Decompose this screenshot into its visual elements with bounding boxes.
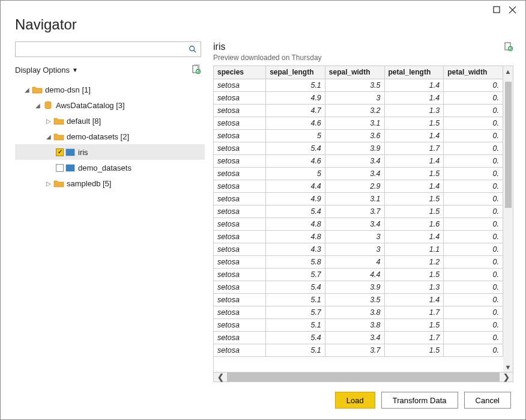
- table-row[interactable]: setosa4.83.41.60.: [214, 218, 503, 230]
- refresh-preview-icon[interactable]: [504, 41, 513, 53]
- table-cell: setosa: [214, 104, 266, 117]
- titlebar: [1, 1, 525, 16]
- expand-icon[interactable]: ◢: [23, 87, 31, 93]
- checkbox-checked[interactable]: [56, 148, 64, 156]
- expand-icon[interactable]: ◢: [34, 102, 41, 109]
- table-cell: 3.9: [325, 281, 384, 293]
- table-row[interactable]: setosa4.831.40.: [214, 230, 503, 243]
- column-header[interactable]: petal_length: [384, 66, 444, 79]
- table-cell: 0.: [444, 91, 503, 104]
- table-cell: 4.4: [266, 180, 325, 192]
- expand-icon[interactable]: ▷: [45, 180, 52, 187]
- table-cell: 3.7: [325, 344, 384, 356]
- table-row[interactable]: setosa5.73.81.70.: [214, 306, 503, 318]
- expand-icon[interactable]: ▷: [45, 118, 52, 124]
- table-cell: 1.4: [384, 154, 444, 167]
- tree-label: demo-dsn [1]: [45, 85, 91, 94]
- navigator-tree: ◢ demo-dsn [1] ◢ AwsDataCatalog [3] ▷ de…: [15, 82, 213, 191]
- folder-icon: [53, 132, 64, 141]
- search-icon[interactable]: [189, 45, 197, 53]
- table-row[interactable]: setosa4.63.41.40.: [214, 154, 503, 167]
- tree-node-demo-datasets-table[interactable]: demo_datasets: [15, 160, 205, 175]
- table-row[interactable]: setosa4.73.21.30.: [214, 104, 503, 117]
- table-row[interactable]: setosa4.93.11.50.: [214, 192, 503, 205]
- tree-node-default[interactable]: ▷ default [8]: [15, 113, 205, 129]
- scrollbar-thumb[interactable]: [227, 373, 500, 382]
- tree-node-awsdatacatalog[interactable]: ◢ AwsDataCatalog [3]: [15, 97, 205, 113]
- table-cell: 5.1: [266, 344, 325, 356]
- table-cell: 0.: [444, 281, 503, 293]
- scroll-up-icon[interactable]: ▲: [503, 66, 513, 76]
- table-cell: 4: [325, 255, 384, 268]
- display-options-label: Display Options: [15, 65, 70, 75]
- table-cell: 5.1: [266, 318, 325, 331]
- search-input[interactable]: [19, 45, 189, 54]
- tree-node-sampledb[interactable]: ▷ sampledb [5]: [15, 175, 205, 191]
- table-cell: 5.1: [266, 293, 325, 306]
- scroll-right-icon[interactable]: ❯: [500, 373, 513, 382]
- table-cell: 3.7: [325, 205, 384, 218]
- column-header[interactable]: species: [214, 66, 266, 79]
- vertical-scrollbar[interactable]: ▲ ▼: [503, 66, 513, 372]
- table-row[interactable]: setosa5.13.51.40.: [214, 79, 503, 91]
- table-cell: 5: [266, 129, 325, 142]
- table-row[interactable]: setosa5.43.91.30.: [214, 281, 503, 293]
- table-cell: 3: [325, 91, 384, 104]
- table-row[interactable]: setosa5.43.91.70.: [214, 142, 503, 154]
- cancel-button[interactable]: Cancel: [464, 392, 511, 409]
- tree-label: default [8]: [67, 117, 101, 126]
- horizontal-scrollbar[interactable]: ❮ ❯: [213, 372, 513, 382]
- table-row[interactable]: setosa53.61.40.: [214, 129, 503, 142]
- scrollbar-thumb[interactable]: [505, 82, 512, 208]
- close-icon[interactable]: [506, 4, 518, 15]
- expand-icon[interactable]: ◢: [45, 133, 52, 140]
- tree-node-demo-dsn[interactable]: ◢ demo-dsn [1]: [15, 82, 205, 97]
- scroll-down-icon[interactable]: ▼: [503, 362, 513, 372]
- table-row[interactable]: setosa5.13.81.50.: [214, 318, 503, 331]
- table-row[interactable]: setosa4.331.10.: [214, 243, 503, 255]
- refresh-tree-icon[interactable]: [192, 64, 201, 76]
- table-cell: 3.9: [325, 142, 384, 154]
- tree-label: AwsDataCatalog [3]: [56, 101, 125, 110]
- maximize-icon[interactable]: [491, 4, 503, 15]
- table-row[interactable]: setosa5.841.20.: [214, 255, 503, 268]
- table-cell: setosa: [214, 167, 266, 180]
- table-cell: 1.7: [384, 142, 444, 154]
- table-row[interactable]: setosa53.41.50.: [214, 167, 503, 180]
- checkbox[interactable]: [56, 164, 64, 172]
- table-row[interactable]: setosa5.13.51.40.: [214, 293, 503, 306]
- table-cell: 0.: [444, 230, 503, 243]
- table-cell: 0.: [444, 154, 503, 167]
- tree-node-iris[interactable]: iris: [15, 144, 205, 160]
- column-header[interactable]: petal_width: [444, 66, 503, 79]
- svg-rect-9: [66, 149, 74, 151]
- table-row[interactable]: setosa5.13.71.50.: [214, 344, 503, 356]
- table-cell: 1.5: [384, 344, 444, 356]
- table-cell: 4.6: [266, 117, 325, 129]
- column-header[interactable]: sepal_width: [325, 66, 384, 79]
- transform-data-button[interactable]: Transform Data: [381, 392, 458, 409]
- search-box[interactable]: [15, 41, 201, 57]
- table-row[interactable]: setosa5.74.41.50.: [214, 268, 503, 281]
- table-row[interactable]: setosa4.42.91.40.: [214, 180, 503, 192]
- display-options-dropdown[interactable]: Display Options ▼: [15, 65, 78, 75]
- table-row[interactable]: setosa5.43.71.50.: [214, 205, 503, 218]
- table-cell: 0.: [444, 318, 503, 331]
- tree-node-demo-datasets[interactable]: ◢ demo-datasets [2]: [15, 129, 205, 144]
- column-header[interactable]: sepal_length: [266, 66, 325, 79]
- scroll-left-icon[interactable]: ❮: [214, 373, 227, 382]
- table-cell: setosa: [214, 243, 266, 255]
- table-row[interactable]: setosa4.931.40.: [214, 91, 503, 104]
- table-cell: 4.8: [266, 218, 325, 230]
- load-button[interactable]: Load: [335, 392, 375, 409]
- table-row[interactable]: setosa5.43.41.70.: [214, 331, 503, 344]
- folder-icon: [32, 85, 43, 94]
- table-row[interactable]: setosa4.63.11.50.: [214, 117, 503, 129]
- table-cell: 5.7: [266, 268, 325, 281]
- table-cell: 5.1: [266, 79, 325, 91]
- preview-title: iris: [213, 41, 322, 52]
- table-cell: setosa: [214, 268, 266, 281]
- table-cell: setosa: [214, 129, 266, 142]
- folder-icon: [53, 117, 64, 125]
- table-cell: 0.: [444, 268, 503, 281]
